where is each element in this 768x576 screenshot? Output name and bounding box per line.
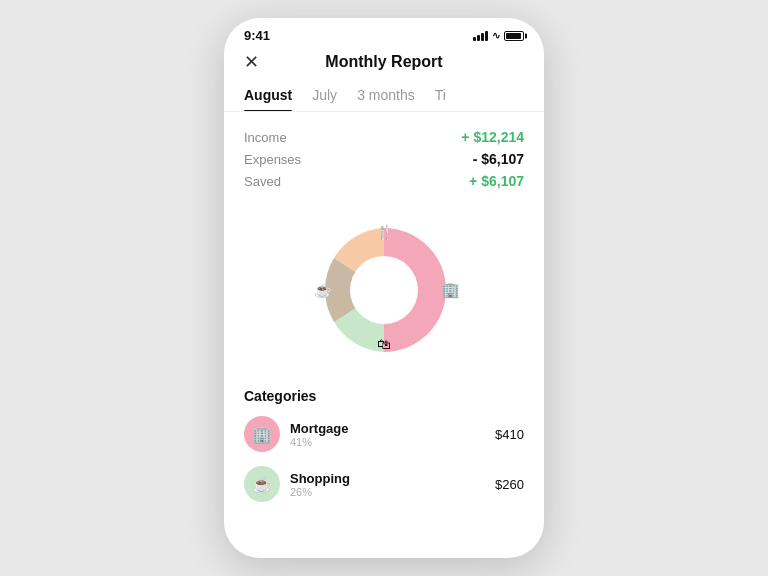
chart-area: 🍴 🏢 🛍 ☕ xyxy=(224,200,544,384)
shopping-icon: 🛍 xyxy=(377,336,391,352)
page-title: Monthly Report xyxy=(325,53,442,71)
donut-chart: 🍴 🏢 🛍 ☕ xyxy=(304,210,464,370)
expenses-row: Expenses - $6,107 xyxy=(244,148,524,170)
mortgage-name: Mortgage xyxy=(290,421,495,436)
category-mortgage: 🏢 Mortgage 41% $410 xyxy=(244,416,524,452)
saved-value: + $6,107 xyxy=(469,173,524,189)
category-shopping: ☕ Shopping 26% $260 xyxy=(244,466,524,502)
mortgage-info: Mortgage 41% xyxy=(290,421,495,448)
shopping-category-icon: ☕ xyxy=(244,466,280,502)
saved-label: Saved xyxy=(244,174,281,189)
svg-point-0 xyxy=(350,256,418,324)
signal-icon xyxy=(473,31,488,41)
mortgage-amount: $410 xyxy=(495,427,524,442)
saved-row: Saved + $6,107 xyxy=(244,170,524,192)
shopping-amount: $260 xyxy=(495,477,524,492)
tab-july[interactable]: July xyxy=(312,81,337,111)
summary-section: Income + $12,214 Expenses - $6,107 Saved… xyxy=(224,112,544,200)
mortgage-pct: 41% xyxy=(290,436,495,448)
coffee-icon: ☕ xyxy=(314,282,331,298)
mortgage-category-icon: 🏢 xyxy=(244,416,280,452)
close-button[interactable]: ✕ xyxy=(244,53,259,71)
categories-title: Categories xyxy=(244,388,524,404)
shopping-name: Shopping xyxy=(290,471,495,486)
expenses-label: Expenses xyxy=(244,152,301,167)
shopping-pct: 26% xyxy=(290,486,495,498)
tab-3months[interactable]: 3 months xyxy=(357,81,415,111)
tab-ti[interactable]: Ti xyxy=(435,81,446,111)
expenses-value: - $6,107 xyxy=(473,151,524,167)
battery-icon xyxy=(504,31,524,41)
income-row: Income + $12,214 xyxy=(244,126,524,148)
income-label: Income xyxy=(244,130,287,145)
dining-icon: 🍴 xyxy=(376,224,393,240)
shopping-info: Shopping 26% xyxy=(290,471,495,498)
wifi-icon: ∿ xyxy=(492,30,500,41)
income-value: + $12,214 xyxy=(461,129,524,145)
status-icons: ∿ xyxy=(473,30,524,41)
mortgage-icon: 🏢 xyxy=(441,281,460,299)
page-header: ✕ Monthly Report xyxy=(224,47,544,81)
phone-frame: 9:41 ∿ ✕ Monthly Report August July 3 mo… xyxy=(224,18,544,558)
status-bar: 9:41 ∿ xyxy=(224,18,544,47)
tab-bar: August July 3 months Ti xyxy=(224,81,544,112)
status-time: 9:41 xyxy=(244,28,270,43)
categories-section: Categories 🏢 Mortgage 41% $410 ☕ Shoppin… xyxy=(224,384,544,558)
tab-august[interactable]: August xyxy=(244,81,292,111)
